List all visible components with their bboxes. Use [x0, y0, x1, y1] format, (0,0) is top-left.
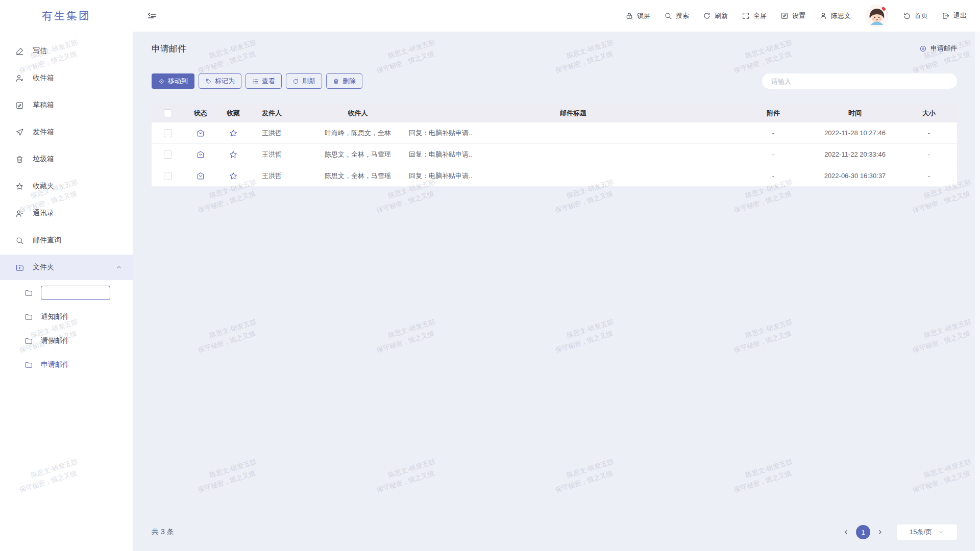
sidebar-item-label: 通讯录 [33, 209, 54, 218]
home-button[interactable]: 首页 [903, 11, 928, 20]
table-row[interactable]: 王洪哲 陈思文，全林，马雪瑶 回复：电脑补贴申请.. - 2022-06-30 … [152, 165, 957, 187]
sidebar-item-trash[interactable]: 垃圾箱 [0, 146, 133, 172]
breadcrumb: 申请邮件 [919, 44, 957, 53]
move-to-button[interactable]: 移动到 [152, 73, 194, 89]
row-checkbox[interactable] [164, 151, 172, 159]
sidebar-item-label: 收件箱 [33, 73, 54, 83]
folder-label: 申请邮件 [41, 360, 69, 369]
cell-subject: 回复：电脑补贴申请.. [409, 150, 738, 159]
cell-recipients: 叶海峰，陈思文，全林 [307, 129, 409, 138]
sidebar-item-label: 草稿箱 [33, 101, 54, 110]
cell-time: 2022-06-30 16:30:37 [809, 172, 901, 180]
draft-icon [15, 101, 24, 110]
mail-read-icon [196, 150, 205, 159]
sidebar-item-label: 发件箱 [33, 128, 54, 137]
page-number[interactable]: 1 [856, 525, 870, 539]
pencil-icon [15, 47, 24, 56]
new-folder-row [0, 282, 133, 304]
column-header-time: 时间 [809, 109, 901, 118]
table-row[interactable]: 王洪哲 陈思文，全林，马雪瑶 回复：电脑补贴申请.. - 2022-11-22 … [152, 144, 957, 165]
folder-icon [24, 337, 33, 345]
send-icon [15, 128, 24, 137]
sidebar-folder-leave[interactable]: 请假邮件 [0, 330, 133, 352]
chevron-down-icon [938, 529, 944, 535]
topbar-actions: 锁屏 搜索 刷新 全屏 设置 [625, 5, 967, 27]
brand-logo: 有生集团 [0, 0, 133, 32]
refresh-button[interactable]: 刷新 [703, 11, 728, 20]
list-footer: 共 3 条 1 15条/页 [152, 513, 957, 551]
cell-attachment: - [738, 151, 809, 158]
cell-subject: 回复：电脑补贴申请.. [409, 171, 738, 181]
page-size-select[interactable]: 15条/页 [897, 524, 957, 540]
cell-size: - [901, 151, 957, 158]
fullscreen-button[interactable]: 全屏 [742, 11, 767, 20]
table-row[interactable]: 王洪哲 叶海峰，陈思文，全林 回复：电脑补贴申请.. - 2022-11-28 … [152, 122, 957, 144]
sidebar-item-label: 收藏夹 [33, 182, 54, 191]
cell-size: - [901, 129, 957, 137]
star-icon[interactable] [229, 171, 238, 181]
star-icon[interactable] [229, 150, 238, 159]
column-header-sender: 发件人 [250, 109, 307, 118]
chevron-up-icon[interactable] [115, 264, 122, 271]
star-icon [15, 182, 24, 191]
sidebar-item-favorites[interactable]: 收藏夹 [0, 173, 133, 199]
mark-as-button[interactable]: 标记为 [199, 73, 241, 89]
sidebar-item-label: 文件夹 [33, 263, 54, 272]
logout-button[interactable]: 退出 [942, 11, 967, 20]
logout-icon [942, 12, 950, 20]
sidebar-item-compose[interactable]: 写信 [0, 38, 133, 64]
toolbar: 移动到 标记为 查看 刷新 删除 [152, 73, 957, 89]
prev-page-button[interactable] [843, 529, 850, 536]
sidebar-item-inbox[interactable]: 收件箱 [0, 65, 133, 91]
folder-label: 通知邮件 [41, 312, 69, 321]
total-count: 共 3 条 [152, 528, 174, 537]
scrollbar-track[interactable] [975, 32, 980, 551]
delete-button[interactable]: 删除 [326, 73, 362, 89]
sidebar-item-drafts[interactable]: 草稿箱 [0, 92, 133, 118]
refresh-list-button[interactable]: 刷新 [286, 73, 322, 89]
star-icon[interactable] [229, 129, 238, 138]
settings-button[interactable]: 设置 [780, 11, 805, 20]
row-checkbox[interactable] [164, 172, 172, 180]
column-header-size: 大小 [901, 109, 957, 118]
fullscreen-icon [742, 12, 750, 20]
content: 申请邮件 申请邮件 移动到 标记为 查看 [133, 32, 980, 551]
sidebar: 有生集团 写信 收件箱 草稿箱 [0, 0, 133, 551]
column-header-favorite: 收藏 [217, 109, 250, 118]
search-input[interactable] [762, 73, 957, 89]
cell-subject: 回复：电脑补贴申请.. [409, 129, 738, 138]
topbar: 锁屏 搜索 刷新 全屏 设置 [133, 0, 980, 32]
lock-screen-button[interactable]: 锁屏 [625, 11, 650, 20]
cell-size: - [901, 172, 957, 180]
user-menu[interactable]: 陈思文 [819, 11, 851, 20]
row-checkbox[interactable] [164, 129, 172, 137]
lock-icon [625, 12, 633, 20]
settings-icon [780, 12, 789, 20]
contacts-icon [15, 209, 24, 218]
next-page-button[interactable] [876, 529, 884, 536]
avatar[interactable] [866, 5, 888, 27]
sidebar-item-label: 邮件查询 [33, 236, 61, 245]
inbox-icon [15, 74, 24, 83]
sidebar-item-mail-search[interactable]: 邮件查询 [0, 228, 133, 253]
sidebar-folder-apply[interactable]: 申请邮件 [0, 354, 133, 376]
sidebar-item-folders[interactable]: 文件夹 [0, 255, 133, 280]
list-icon [252, 78, 259, 85]
cell-time: 2022-11-22 20:33:46 [809, 151, 901, 158]
refresh-icon [703, 12, 711, 20]
sidebar-item-sent[interactable]: 发件箱 [0, 119, 133, 145]
view-button[interactable]: 查看 [246, 73, 282, 89]
home-undo-icon [903, 12, 911, 20]
cell-time: 2022-11-28 10:27:46 [809, 129, 901, 137]
refresh-icon [292, 78, 299, 85]
column-header-attachment: 附件 [738, 109, 809, 118]
select-all-checkbox[interactable] [164, 109, 172, 117]
sidebar-item-contacts[interactable]: 通讯录 [0, 201, 133, 226]
menu-fold-icon[interactable] [147, 11, 157, 21]
trash-icon [333, 78, 339, 85]
cell-recipients: 陈思文，全林，马雪瑶 [307, 150, 409, 159]
new-folder-input[interactable] [41, 286, 110, 300]
sidebar-folder-notice[interactable]: 通知邮件 [0, 306, 133, 328]
search-button[interactable]: 搜索 [664, 11, 689, 20]
user-icon [819, 12, 827, 20]
